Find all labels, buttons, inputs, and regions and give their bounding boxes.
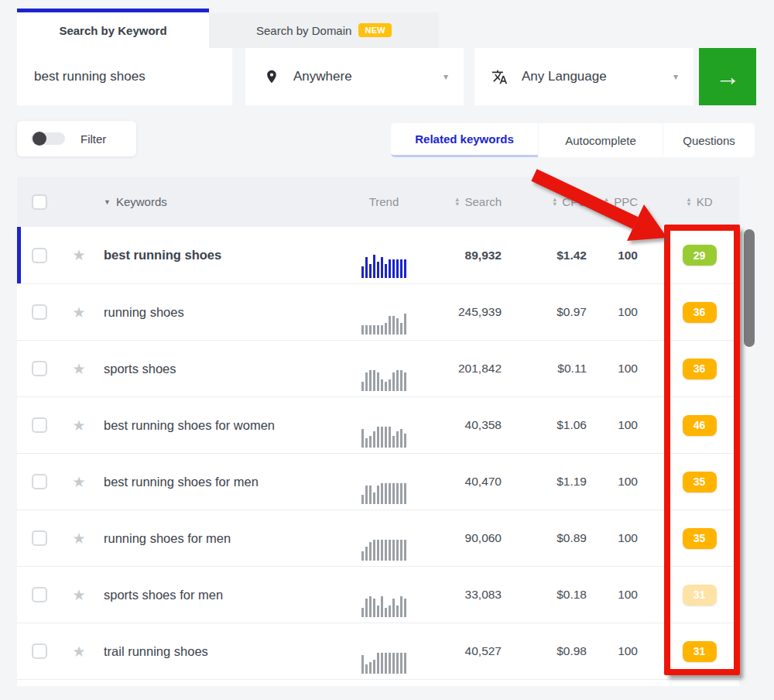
- cpc-cell: $1.42: [502, 227, 587, 283]
- kd-badge: 29: [683, 245, 717, 266]
- keyword-cell[interactable]: best running shoes: [96, 227, 333, 283]
- language-value: Any Language: [522, 69, 607, 84]
- tab-questions-label: Questions: [683, 134, 735, 147]
- ppc-cell: 100: [587, 454, 638, 510]
- keywords-table: ▼ Keywords Trend ▲▼ Search ▲▼ CPC ▲▼ PPC…: [17, 177, 739, 686]
- toggle-knob: [33, 132, 46, 146]
- tab-search-by-domain[interactable]: Search by Domain NEW: [209, 12, 439, 48]
- location-select[interactable]: Anywhere ▾: [245, 48, 464, 105]
- search-volume-cell: 245,939: [435, 284, 502, 340]
- column-header-ppc[interactable]: ▲▼ PPC: [587, 177, 638, 227]
- search-volume-cell: 89,932: [435, 227, 502, 283]
- location-pin-icon: [264, 69, 279, 84]
- favorite-star-icon[interactable]: ★: [62, 397, 96, 453]
- table-row: ★ best running shoes for men 40,470 $1.1…: [17, 453, 739, 510]
- favorite-star-icon[interactable]: ★: [62, 623, 96, 679]
- cpc-cell: $0.11: [502, 341, 587, 396]
- table-row: ★ running shoes 245,939 $0.97 100 36: [17, 283, 739, 340]
- row-checkbox[interactable]: [32, 587, 47, 602]
- column-header-kd[interactable]: ▲▼ KD: [638, 177, 739, 227]
- row-checkbox[interactable]: [32, 474, 47, 489]
- ppc-cell: 100: [587, 510, 638, 566]
- keyword-search-input[interactable]: [17, 48, 232, 105]
- filter-chip: Filter: [17, 121, 136, 156]
- keyword-cell[interactable]: running shoes: [96, 284, 333, 340]
- kd-badge: 31: [683, 585, 717, 606]
- tab-questions[interactable]: Questions: [663, 123, 755, 157]
- new-badge: NEW: [358, 23, 392, 37]
- row-checkbox[interactable]: [32, 361, 47, 376]
- ppc-cell: 100: [587, 227, 638, 283]
- scrollbar-thumb[interactable]: [744, 229, 755, 347]
- favorite-star-icon[interactable]: ★: [62, 567, 96, 623]
- keyword-cell[interactable]: best running shoes for women: [96, 397, 333, 453]
- sort-icon: ▲▼: [552, 197, 557, 207]
- filter-label: Filter: [80, 132, 106, 146]
- favorite-star-icon[interactable]: ★: [62, 284, 96, 340]
- table-header: ▼ Keywords Trend ▲▼ Search ▲▼ CPC ▲▼ PPC…: [17, 177, 739, 227]
- sort-icon: ▲▼: [604, 197, 609, 207]
- sort-down-icon: ▼: [104, 198, 111, 206]
- search-bar: Anywhere ▾ Any Language ▾ →: [0, 48, 774, 105]
- cpc-cell: $0.97: [502, 284, 587, 340]
- keyword-cell[interactable]: sports shoes for men: [96, 567, 333, 623]
- tab-search-by-keyword-label: Search by Keyword: [59, 24, 166, 37]
- table-row: ★ sports shoes 201,842 $0.11 100 36: [17, 340, 739, 396]
- filter-toggle[interactable]: [31, 132, 65, 145]
- table-row: ★ running shoes for men 90,060 $0.89 100…: [17, 510, 739, 566]
- favorite-star-icon[interactable]: ★: [62, 454, 96, 510]
- tab-search-by-keyword[interactable]: Search by Keyword: [17, 9, 209, 48]
- keyword-cell[interactable]: running shoes for men: [96, 510, 333, 566]
- sort-icon: ▲▼: [686, 197, 691, 207]
- kd-badge: 36: [683, 359, 717, 379]
- favorite-star-icon[interactable]: ★: [62, 227, 96, 283]
- search-volume-cell: 201,842: [435, 341, 502, 396]
- keyword-cell[interactable]: trail running shoes: [96, 623, 333, 679]
- table-row: ★ best running shoes 89,932 $1.42 100 29: [17, 227, 739, 283]
- tab-related-keywords[interactable]: Related keywords: [391, 123, 538, 157]
- kd-badge: 46: [683, 415, 717, 436]
- trend-sparkline: [333, 510, 435, 566]
- favorite-star-icon[interactable]: ★: [62, 510, 96, 566]
- table-row: ★ trail running shoes 40,527 $0.98 100 3…: [17, 623, 739, 679]
- kd-badge: 35: [683, 528, 717, 549]
- tab-autocomplete-label: Autocomplete: [565, 134, 636, 147]
- row-checkbox[interactable]: [32, 417, 47, 433]
- sort-icon: ▲▼: [454, 197, 460, 207]
- trend-sparkline: [333, 341, 435, 396]
- row-checkbox[interactable]: [32, 248, 47, 263]
- tab-related-keywords-label: Related keywords: [415, 132, 514, 146]
- kd-badge: 36: [683, 302, 717, 323]
- table-footer: [17, 679, 739, 686]
- column-header-search[interactable]: ▲▼ Search: [435, 177, 502, 227]
- favorite-star-icon[interactable]: ★: [62, 341, 96, 396]
- trend-sparkline: [333, 623, 435, 679]
- select-all-checkbox[interactable]: [32, 194, 47, 210]
- ppc-cell: 100: [587, 567, 638, 623]
- row-checkbox[interactable]: [32, 304, 47, 320]
- column-header-trend: Trend: [333, 177, 435, 227]
- table-row: ★ best running shoes for women 40,358 $1…: [17, 396, 739, 453]
- kd-badge: 35: [683, 472, 717, 492]
- column-header-cpc[interactable]: ▲▼ CPC: [502, 177, 587, 227]
- keyword-cell[interactable]: best running shoes for men: [96, 454, 333, 510]
- language-select[interactable]: Any Language ▾: [474, 48, 694, 105]
- search-submit-button[interactable]: →: [699, 48, 756, 105]
- column-header-keywords[interactable]: ▼ Keywords: [96, 177, 333, 227]
- tab-autocomplete[interactable]: Autocomplete: [539, 123, 663, 157]
- trend-sparkline: [333, 567, 435, 623]
- search-volume-cell: 40,358: [435, 397, 502, 453]
- result-type-tabs: Related keywords Autocomplete Questions: [391, 123, 755, 157]
- trend-sparkline: [333, 227, 435, 283]
- keyword-cell[interactable]: sports shoes: [96, 341, 333, 396]
- search-volume-cell: 40,527: [435, 623, 502, 679]
- search-volume-cell: 33,083: [435, 567, 502, 623]
- cpc-cell: $1.06: [502, 397, 587, 453]
- cpc-cell: $0.18: [502, 567, 587, 623]
- tab-search-by-domain-label: Search by Domain: [256, 24, 351, 37]
- row-checkbox[interactable]: [32, 643, 47, 659]
- row-checkbox[interactable]: [32, 530, 47, 546]
- chevron-down-icon: ▾: [444, 71, 448, 82]
- search-volume-cell: 90,060: [435, 510, 502, 566]
- cpc-cell: $0.98: [502, 623, 587, 679]
